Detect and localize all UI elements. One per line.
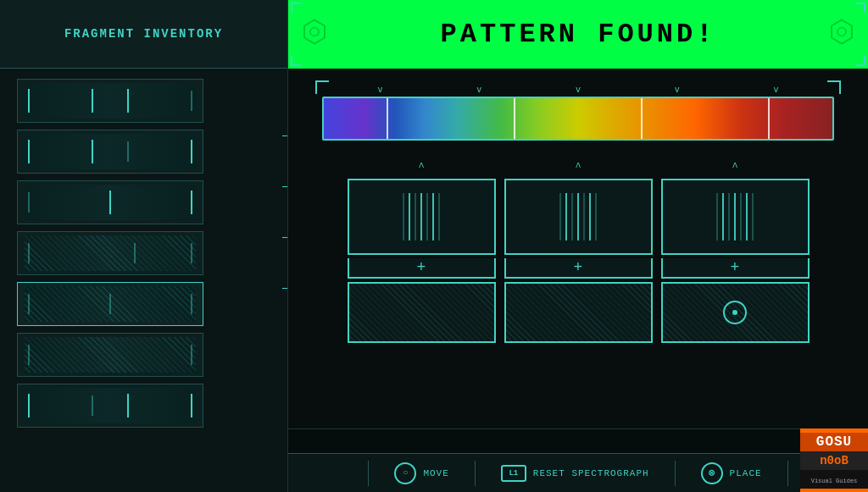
spec-divider-1	[387, 98, 388, 139]
corner-bracket-tr	[855, 3, 865, 13]
slot-arrow-up-3: ^	[732, 162, 737, 174]
slot-arrow-up-2: ^	[575, 162, 581, 174]
main-container: FRAGMENT INVENTORY	[0, 0, 868, 492]
tick-mark	[282, 135, 287, 136]
control-move: ○ MOVE	[394, 462, 448, 484]
tick-mark	[282, 288, 287, 289]
arrow-v-5: v	[774, 86, 779, 95]
separator-mid1	[475, 461, 476, 486]
arrow-v-1: v	[377, 86, 382, 95]
move-label: MOVE	[423, 468, 448, 478]
corner-bracket-br	[855, 56, 865, 66]
separator-left	[368, 461, 369, 486]
controls-label: CONTR	[288, 440, 868, 453]
pattern-bar: PATTERN FOUND!	[288, 0, 868, 69]
slot-group-3: ^ +	[661, 162, 810, 343]
list-item[interactable]	[17, 282, 203, 326]
slot-plus-2[interactable]: +	[504, 258, 653, 279]
spectrum-dividers	[324, 98, 832, 139]
watermark-guides: Visual Guides	[811, 478, 858, 484]
watermark-gosu: GOSU	[816, 434, 852, 450]
corner-bracket-bl	[291, 56, 301, 66]
fragment-inventory-title: FRAGMENT INVENTORY	[64, 27, 223, 41]
hex-icon-right	[828, 18, 855, 51]
list-item[interactable]	[17, 384, 203, 428]
tick-mark	[282, 237, 287, 238]
spec-divider-4	[768, 98, 770, 139]
arrow-v-2: v	[476, 86, 481, 95]
slot-top-3[interactable]	[661, 179, 810, 255]
spectrum-container: v v v v v ◀	[322, 86, 834, 145]
frame-corner-tl	[315, 80, 329, 94]
bottom-bar: CONTR ○ MOVE L1 RESET SPECTROGRAPH ⊗ PLA…	[288, 428, 868, 492]
slot-arrow-up-1: ^	[418, 162, 424, 174]
control-reset: L1 RESET SPECTROGRAPH	[501, 465, 649, 482]
pattern-found-title: PATTERN FOUND!	[441, 19, 716, 50]
watermark: GOSU n0oB Visual Guides	[800, 428, 868, 492]
slot-bottom-2[interactable]	[504, 282, 653, 343]
circle-dot	[732, 310, 737, 315]
frame-corner-tr	[827, 80, 841, 94]
place-button[interactable]: ⊗	[701, 462, 723, 484]
reset-button[interactable]: L1	[501, 465, 526, 482]
place-label: PLACE	[730, 468, 762, 478]
slot-plus-1[interactable]: +	[348, 258, 496, 279]
svg-point-3	[837, 27, 846, 36]
spec-divider-2	[514, 98, 515, 139]
list-item[interactable]	[17, 231, 203, 275]
list-item[interactable]	[17, 333, 203, 377]
hex-icon-left	[301, 18, 328, 51]
slot-group-2: ^ +	[504, 162, 653, 343]
circle-icon	[723, 301, 747, 324]
control-place: ⊗ PLACE	[701, 462, 762, 484]
slot-top-2[interactable]	[504, 179, 653, 255]
spectrum-arrows-top: v v v v v	[322, 86, 834, 95]
fragment-slots-row: ^ +	[314, 162, 843, 343]
reset-label: RESET SPECTROGRAPH	[533, 468, 649, 478]
arrow-v-3: v	[576, 86, 581, 95]
spectrograph-area: v v v v v ◀	[288, 69, 868, 428]
separator-right	[787, 461, 788, 486]
list-item[interactable]	[17, 79, 203, 123]
slot-group-1: ^ +	[348, 162, 496, 343]
slot-plus-3[interactable]: +	[661, 258, 810, 279]
controls-row: ○ MOVE L1 RESET SPECTROGRAPH ⊗ PLACE	[288, 453, 868, 492]
tick-mark	[282, 186, 287, 187]
move-button[interactable]: ○	[394, 462, 416, 484]
corner-bracket-tl	[291, 3, 301, 13]
arrow-v-4: v	[675, 86, 680, 95]
svg-point-1	[310, 27, 319, 36]
left-panel-header: FRAGMENT INVENTORY	[0, 0, 287, 69]
fragment-list	[0, 69, 287, 492]
spectrum-bar: ◀	[322, 97, 834, 141]
right-panel: PATTERN FOUND! v v v v	[288, 0, 868, 492]
slot-bottom-3[interactable]	[661, 282, 810, 343]
list-item[interactable]	[17, 180, 203, 224]
left-panel: FRAGMENT INVENTORY	[0, 0, 288, 492]
svg-marker-0	[304, 19, 325, 43]
slot-top-1[interactable]	[348, 179, 496, 255]
svg-marker-2	[832, 19, 852, 43]
separator-mid2	[675, 461, 676, 486]
watermark-noob: n0oB	[820, 454, 849, 467]
list-item[interactable]	[17, 130, 203, 174]
spec-divider-3	[641, 98, 643, 139]
slot-bottom-1[interactable]	[348, 282, 496, 343]
